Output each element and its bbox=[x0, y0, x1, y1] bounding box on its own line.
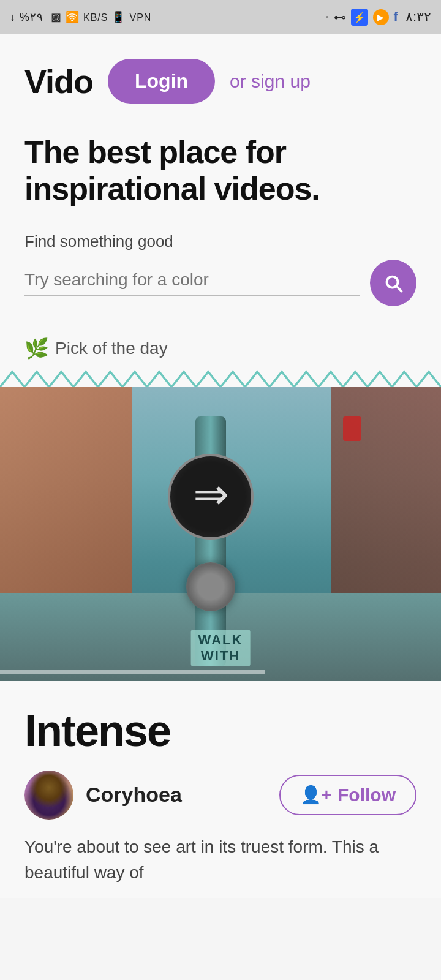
zigzag-border bbox=[0, 369, 441, 387]
featured-image[interactable]: ⇐ WALKWITH bbox=[0, 387, 441, 681]
search-input[interactable] bbox=[24, 270, 360, 290]
arrow-symbol: ⇐ bbox=[193, 475, 229, 518]
dot-indicator: • bbox=[326, 12, 329, 22]
youtube-icon: ▶ bbox=[373, 9, 389, 25]
description-text: You're about to see art in its truest fo… bbox=[24, 834, 417, 886]
app-title: Vido bbox=[24, 62, 93, 100]
follow-icon: 👤+ bbox=[300, 785, 331, 805]
time-display: ۸:۳۲ bbox=[405, 9, 431, 25]
avatar-inner bbox=[24, 771, 74, 820]
road-marking bbox=[0, 670, 265, 674]
video-title: Intense bbox=[24, 706, 417, 756]
key-icon: ⊷ bbox=[334, 10, 346, 24]
search-input-wrapper bbox=[24, 270, 360, 296]
status-indicators: ↓ %۲۹ ▩ 🛜 KB/S 📱 VPN bbox=[10, 10, 151, 24]
creator-name: Coryhoea bbox=[86, 783, 267, 807]
status-left: ↓ %۲۹ ▩ 🛜 KB/S 📱 VPN bbox=[10, 10, 151, 24]
hero-section: The best place for inspirational videos. bbox=[0, 116, 441, 220]
app-header: Vido Login or sign up bbox=[0, 34, 441, 116]
search-row bbox=[24, 260, 417, 306]
creator-row: Coryhoea 👤+ Follow bbox=[24, 771, 417, 820]
pick-label: 🌿 Pick of the day bbox=[24, 337, 417, 360]
status-right: • ⊷ ⚡ ▶ f ۸:۳۲ bbox=[326, 9, 431, 26]
follow-button[interactable]: 👤+ Follow bbox=[279, 775, 417, 815]
street-scene: ⇐ WALKWITH bbox=[0, 387, 441, 681]
login-button[interactable]: Login bbox=[108, 59, 215, 104]
main-content: Vido Login or sign up The best place for… bbox=[0, 34, 441, 898]
search-button[interactable] bbox=[370, 260, 417, 306]
light-circle bbox=[186, 562, 235, 611]
pick-label-text: Pick of the day bbox=[55, 339, 168, 358]
red-light bbox=[343, 417, 361, 441]
arrow-sign: ⇐ bbox=[168, 454, 254, 540]
fb-icon: f bbox=[394, 9, 398, 25]
usb-icon: ⚡ bbox=[351, 9, 368, 26]
featured-image-container: ⇐ WALKWITH bbox=[0, 369, 441, 681]
traffic-pole: ⇐ bbox=[162, 417, 260, 666]
avatar bbox=[24, 771, 74, 820]
search-icon bbox=[382, 272, 404, 294]
walk-text: WALKWITH bbox=[191, 630, 251, 666]
leaf-icon: 🌿 bbox=[24, 337, 49, 360]
below-image-section: Intense Coryhoea 👤+ Follow You're about … bbox=[0, 681, 441, 898]
search-section: Find something good bbox=[0, 220, 441, 325]
follow-label: Follow bbox=[337, 785, 396, 805]
status-bar: ↓ %۲۹ ▩ 🛜 KB/S 📱 VPN • ⊷ ⚡ ▶ f ۸:۳۲ bbox=[0, 0, 441, 34]
hero-text: The best place for inspirational videos. bbox=[24, 134, 417, 208]
search-label: Find something good bbox=[24, 232, 417, 251]
pick-of-day-section: 🌿 Pick of the day bbox=[0, 325, 441, 360]
signup-link[interactable]: or sign up bbox=[230, 71, 311, 92]
